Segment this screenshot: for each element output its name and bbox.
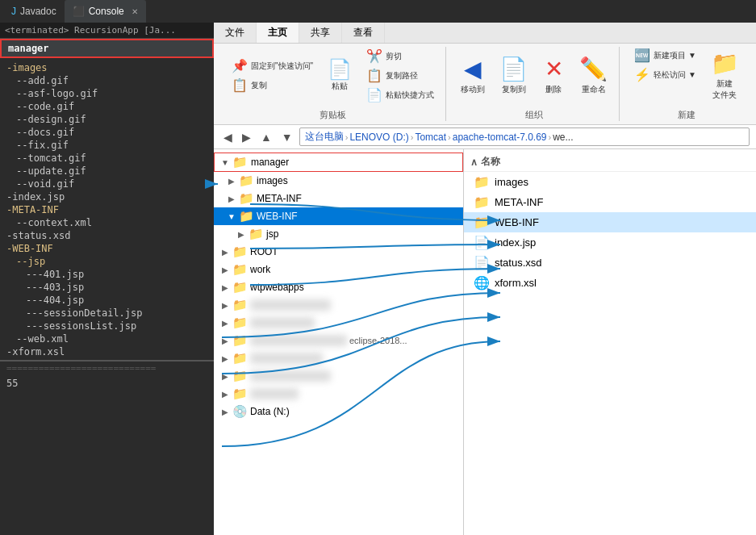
close-tab-icon[interactable]: ✕ [132, 7, 138, 16]
tree-item-images[interactable]: ▶ 📁 images [214, 172, 463, 190]
files-name-header[interactable]: 名称 [481, 155, 500, 169]
nav-up-button[interactable]: ▲ [257, 129, 275, 145]
breadcrumb[interactable]: 这台电脑 › LENOVO (D:) › Tomcat › apache-tom… [299, 127, 750, 146]
blurred6-folder-icon: 📁 [232, 387, 248, 401]
ide-401-jsp[interactable]: ---401.jsp [0, 268, 214, 281]
files-panel: ∧ 名称 📁 images 📁 META-INF 📁 [464, 149, 756, 535]
file-webinf-label: WEB-INF [495, 216, 539, 228]
ide-file-list[interactable]: -images --add.gif --asf-logo.gif --code.… [0, 58, 214, 535]
tree-wtp-label: wtpwebapps [250, 282, 304, 293]
ide-add-gif[interactable]: --add.gif [0, 74, 214, 87]
sep1: › [345, 132, 349, 142]
cut-button[interactable]: ✂️ 剪切 [361, 48, 439, 65]
ide-fix-gif[interactable]: --fix.gif [0, 139, 214, 152]
tree-item-meta-inf[interactable]: ▶ 📁 META-INF [214, 190, 463, 207]
nav-forward-button[interactable]: ▶ [239, 129, 254, 145]
delete-button[interactable]: ✕ 删除 [537, 52, 570, 98]
ribbon-tab-file[interactable]: 文件 [214, 23, 257, 43]
file-index-label: index.jsp [495, 236, 536, 249]
new-folder-button[interactable]: 📁 新建文件夹 [706, 47, 744, 104]
images-chevron-icon: ▶ [227, 177, 236, 186]
ribbon-tab-view[interactable]: 查看 [342, 23, 385, 43]
copy-to-label: 复制到 [502, 84, 526, 95]
ide-404-jsp[interactable]: ---404.jsp [0, 294, 214, 307]
new-item-button[interactable]: 🆕 新建项目 ▼ [629, 47, 701, 65]
move-to-button[interactable]: ◀ 移动到 [456, 52, 490, 98]
tab-javadoc[interactable]: J Javadoc [3, 0, 65, 23]
files-header-sort-icon: ∧ [470, 157, 478, 168]
file-status-icon: 📄 [474, 255, 490, 270]
file-item-xform-xsl[interactable]: 🌐 xform.xsl [464, 273, 756, 293]
ide-web-inf[interactable]: -WEB-INF [0, 242, 214, 255]
rename-button[interactable]: ✏️ 重命名 [574, 52, 612, 98]
ide-manager-header: manager [0, 39, 214, 58]
pin-button[interactable]: 📌 固定到"快速访问" [227, 57, 318, 75]
tree-blurred-3[interactable]: ▶ 📁 eclipse-2018... [214, 332, 463, 349]
ribbon-tabs: 文件 主页 共享 查看 [214, 23, 756, 44]
tree-blurred-6[interactable]: ▶ 📁 [214, 385, 463, 403]
delete-icon: ✕ [545, 56, 563, 82]
blurred5-folder-icon: 📁 [232, 369, 248, 383]
tab-console[interactable]: ⬛ Console ✕ [65, 0, 146, 23]
copy-path-button[interactable]: 📋 复制路径 [361, 67, 439, 85]
tree-blurred-2[interactable]: ▶ 📁 [214, 314, 463, 332]
ide-meta-inf[interactable]: -META-INF [0, 203, 214, 216]
new-label: 新建 [678, 106, 695, 121]
ide-tomcat-gif[interactable]: --tomcat.gif [0, 152, 214, 165]
ide-docs-gif[interactable]: --docs.gif [0, 126, 214, 139]
ide-update-gif[interactable]: --update.gif [0, 165, 214, 178]
tree-blurred-1[interactable]: ▶ 📁 [214, 296, 463, 314]
tree-data-drive[interactable]: ▶ 💿 Data (N:) [214, 403, 463, 420]
tree-item-jsp[interactable]: ▶ 📁 jsp [214, 225, 463, 243]
ide-index-jsp[interactable]: -index.jsp [0, 190, 214, 203]
tree-item-web-inf[interactable]: ▼ 📁 WEB-INF [214, 207, 463, 225]
file-item-status-xsd[interactable]: 📄 status.xsd [464, 253, 756, 273]
file-item-images[interactable]: 📁 images [464, 172, 756, 192]
tree-panel[interactable]: ▼ 📁 manager ▶ 📁 images ▶ 📁 META-IN [214, 149, 464, 535]
ide-jsp-folder[interactable]: --jsp [0, 255, 214, 268]
easy-access-button[interactable]: ⚡ 轻松访问 ▼ [629, 66, 701, 84]
tree-blurred-5[interactable]: ▶ 📁 [214, 367, 463, 385]
ribbon-tab-home[interactable]: 主页 [257, 23, 299, 43]
nav-recent-button[interactable]: ▼ [278, 129, 296, 145]
ide-context-xml[interactable]: --context.xml [0, 216, 214, 229]
clipboard-label: 剪贴板 [320, 106, 346, 121]
nav-back-button[interactable]: ◀ [220, 129, 236, 145]
tree-webinf-label: WEB-INF [257, 211, 298, 222]
tree-item-wtpwebapps[interactable]: ▶ 📁 wtpwebapps [214, 278, 463, 296]
file-meta-label: META-INF [495, 196, 543, 208]
ide-design-gif[interactable]: --design.gif [0, 113, 214, 126]
ide-status-xsd[interactable]: -status.xsd [0, 229, 214, 242]
ribbon-tab-share[interactable]: 共享 [299, 23, 342, 43]
ide-code-gif[interactable]: --code.gif [0, 100, 214, 113]
copy-button[interactable]: 📋 复制 [227, 77, 318, 94]
ide-web-xml[interactable]: --web.xml [0, 332, 214, 345]
file-item-web-inf[interactable]: 📁 WEB-INF [464, 212, 756, 232]
file-item-meta-inf[interactable]: 📁 META-INF [464, 192, 756, 212]
ide-separator: ============================ [0, 360, 214, 375]
paste-shortcut-button[interactable]: 📄 粘贴快捷方式 [361, 86, 439, 104]
breadcrumb-tomcat[interactable]: Tomcat [415, 132, 446, 143]
ide-xform-xsl[interactable]: -xform.xsl [0, 345, 214, 358]
ide-void-gif[interactable]: --void.gif [0, 178, 214, 190]
paste-button[interactable]: 📄 粘贴 [321, 58, 358, 94]
ide-sessions-list[interactable]: ---sessionsList.jsp [0, 320, 214, 332]
sep2: › [411, 132, 414, 142]
ide-asf-logo[interactable]: --asf-logo.gif [0, 87, 214, 100]
ide-session-detail[interactable]: ---sessionDetail.jsp [0, 307, 214, 320]
tree-item-work[interactable]: ▶ 📁 work [214, 261, 463, 278]
tree-item-root[interactable]: ▶ 📁 ROOT [214, 243, 463, 261]
file-meta-icon: 📁 [474, 194, 490, 210]
file-item-index-jsp[interactable]: 📄 index.jsp [464, 232, 756, 253]
copy-to-button[interactable]: 📄 复制到 [495, 52, 533, 98]
breadcrumb-pc[interactable]: 这台电脑 [305, 130, 344, 144]
root-folder-icon: 📁 [232, 245, 248, 259]
breadcrumb-apache[interactable]: apache-tomcat-7.0.69 [453, 132, 547, 143]
blurred2-icon: ▶ [220, 319, 230, 328]
ide-images[interactable]: -images [0, 61, 214, 74]
tree-blurred-4[interactable]: ▶ 📁 [214, 349, 463, 367]
breadcrumb-lenovo[interactable]: LENOVO (D:) [349, 132, 408, 143]
tree-item-manager[interactable]: ▼ 📁 manager [214, 153, 463, 172]
file-images-label: images [495, 176, 528, 188]
ide-403-jsp[interactable]: ---403.jsp [0, 281, 214, 294]
